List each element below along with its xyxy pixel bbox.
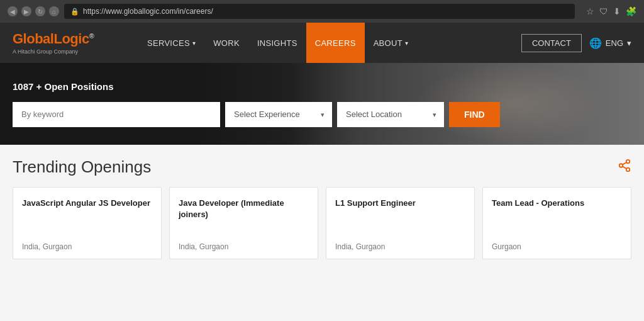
job-location-4: Gurgaon <box>492 242 622 251</box>
logo-trademark: ® <box>89 32 94 40</box>
nav-item-work[interactable]: WORK <box>204 23 248 63</box>
nav-links: SERVICES ▾ WORK INSIGHTS CAREERS ABOUT ▾ <box>138 23 519 63</box>
refresh-button[interactable]: ↻ <box>35 6 45 16</box>
nav-item-services[interactable]: SERVICES ▾ <box>138 23 204 63</box>
chevron-down-icon-lang: ▾ <box>627 38 631 48</box>
hero-section: 1087 + Open Positions Select Experience … <box>0 63 644 145</box>
logo-bold: Global <box>13 31 53 47</box>
job-location-2: India, Gurgaon <box>179 242 309 251</box>
nav-item-about[interactable]: ABOUT ▾ <box>365 23 418 63</box>
location-dropdown[interactable]: Select Location <box>337 102 444 127</box>
nav-item-careers[interactable]: CAREERS <box>306 23 365 63</box>
job-title-2: Java Developer (Immediate joiners) <box>179 198 309 220</box>
browser-right-icons: ☆ 🛡 ⬇ 🧩 <box>586 6 636 16</box>
logo-subtitle: A Hitachi Group Company <box>13 48 113 55</box>
logo: GlobalLogic® <box>13 31 113 47</box>
job-card-3[interactable]: L1 Support Engineer India, Gurgaon <box>326 187 475 259</box>
nav-label-about: ABOUT <box>374 38 402 48</box>
logo-area[interactable]: GlobalLogic® A Hitachi Group Company <box>13 31 113 55</box>
navbar: GlobalLogic® A Hitachi Group Company SER… <box>0 23 644 63</box>
job-title-4: Team Lead - Operations <box>492 198 622 209</box>
chevron-down-icon: ▾ <box>192 40 196 47</box>
job-cards-row: JavaScript Angular JS Developer India, G… <box>13 187 631 259</box>
job-card-1[interactable]: JavaScript Angular JS Developer India, G… <box>13 187 162 259</box>
search-bar: Select Experience ▾ Select Location ▾ Fi… <box>13 102 631 127</box>
nav-label-services: SERVICES <box>147 38 190 48</box>
location-dropdown-wrapper: Select Location ▾ <box>337 102 444 127</box>
main-content: Trending Openings JavaScript Angular JS … <box>0 145 644 321</box>
job-title-3: L1 Support Engineer <box>335 198 465 209</box>
job-location-1: India, Gurgaon <box>22 242 152 251</box>
keyword-input[interactable] <box>13 102 220 127</box>
contact-button[interactable]: CONTACT <box>521 34 582 52</box>
svg-line-4 <box>623 162 626 165</box>
browser-chrome: ◀ ▶ ↻ ⌂ 🔒 https://www.globallogic.com/in… <box>0 0 644 23</box>
lock-icon: 🔒 <box>70 8 79 16</box>
job-title-1: JavaScript Angular JS Developer <box>22 198 152 209</box>
section-header: Trending Openings <box>13 157 631 177</box>
nav-label-insights: INSIGHTS <box>257 38 297 48</box>
url-text: https://www.globallogic.com/in/careers/ <box>83 7 213 16</box>
globe-icon: 🌐 <box>589 37 602 49</box>
find-button[interactable]: Find <box>449 102 500 127</box>
experience-dropdown-wrapper: Select Experience ▾ <box>225 102 332 127</box>
experience-dropdown[interactable]: Select Experience <box>225 102 332 127</box>
open-positions-count: 1087 + Open Positions <box>13 81 631 92</box>
extension-icon[interactable]: 🧩 <box>626 6 636 16</box>
nav-label-work: WORK <box>213 38 240 48</box>
section-title: Trending Openings <box>13 157 151 177</box>
chevron-down-icon-about: ▾ <box>405 40 408 47</box>
bookmark-icon[interactable]: ☆ <box>586 6 594 16</box>
shield-icon[interactable]: 🛡 <box>599 6 608 16</box>
nav-item-insights[interactable]: INSIGHTS <box>248 23 306 63</box>
nav-language[interactable]: 🌐 ENG ▾ <box>589 37 631 49</box>
svg-line-3 <box>623 166 626 169</box>
job-card-4[interactable]: Team Lead - Operations Gurgaon <box>482 187 631 259</box>
logo-accent: Logic <box>53 31 89 47</box>
nav-label-careers: CAREERS <box>315 38 356 48</box>
address-bar[interactable]: 🔒 https://www.globallogic.com/in/careers… <box>64 4 575 19</box>
share-icon[interactable] <box>618 159 631 176</box>
browser-controls: ◀ ▶ ↻ ⌂ <box>8 6 59 16</box>
forward-button[interactable]: ▶ <box>21 6 31 16</box>
back-button[interactable]: ◀ <box>8 6 18 16</box>
job-card-2[interactable]: Java Developer (Immediate joiners) India… <box>169 187 318 259</box>
lang-label: ENG <box>606 38 623 48</box>
download-icon[interactable]: ⬇ <box>613 6 621 16</box>
home-button[interactable]: ⌂ <box>49 6 59 16</box>
job-location-3: India, Gurgaon <box>335 242 465 251</box>
